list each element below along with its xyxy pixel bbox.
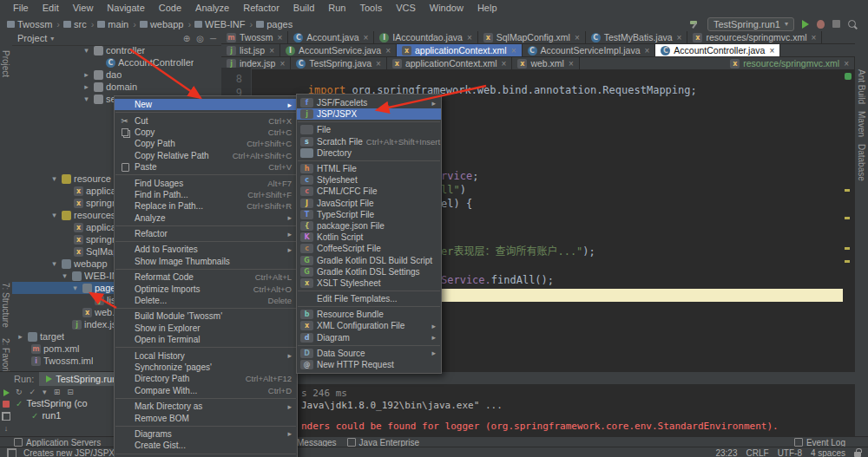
expand-all-icon[interactable]: ⊞ [54, 388, 61, 396]
close-tab-icon[interactable]: × [279, 59, 285, 69]
submenu-item[interactable]: Scratch File Ctrl+Alt+Shift+Insert [297, 136, 441, 147]
tree-node[interactable]: dao [12, 69, 221, 81]
context-menu-item[interactable] [115, 225, 296, 226]
context-menu-item[interactable]: Show in Explorer [115, 323, 297, 334]
submenu-item[interactable]: JSF/Facelets ▸ [297, 97, 441, 108]
submenu-item[interactable]: JSP/JSPX [297, 108, 441, 120]
breadcrumb-item[interactable]: webapp› [140, 19, 193, 29]
expand-arrow-icon[interactable] [82, 70, 91, 79]
context-menu-item[interactable] [115, 112, 296, 113]
submenu-item[interactable]: Data Source ▸ [297, 348, 441, 359]
submenu-item[interactable]: CFML/CFC File [297, 186, 441, 197]
context-menu-item[interactable]: Analyze ▸ [115, 212, 297, 224]
stop-button[interactable] [832, 20, 840, 28]
tree-node[interactable]: domain [12, 81, 221, 93]
context-menu-item[interactable]: Add to Favorites ▸ [115, 244, 297, 255]
submenu-item[interactable]: Directory [297, 147, 441, 159]
context-menu-item[interactable]: Cut Ctrl+X [115, 114, 297, 126]
context-menu-item[interactable] [115, 347, 296, 348]
context-menu-item[interactable] [115, 454, 296, 454]
menu-bar-item[interactable]: Code [153, 0, 187, 16]
menu-bar-item[interactable]: Edit [36, 0, 65, 16]
stop-button[interactable] [3, 401, 10, 408]
search-everywhere-icon[interactable] [848, 20, 856, 28]
menu-bar-item[interactable]: Window [424, 0, 470, 16]
close-tab-icon[interactable]: × [269, 46, 274, 55]
menu-bar-item[interactable]: View [67, 0, 100, 16]
context-menu-item[interactable] [115, 398, 296, 399]
submenu-item[interactable]: HTML File [297, 163, 441, 174]
close-tab-icon[interactable]: × [812, 33, 817, 42]
close-tab-icon[interactable]: × [677, 33, 682, 42]
close-tab-icon[interactable]: × [376, 59, 381, 69]
context-menu-item[interactable]: Refactor ▸ [115, 228, 297, 239]
submenu-item[interactable]: Kotlin Script [297, 232, 441, 243]
context-menu-item[interactable]: Paste Ctrl+V [115, 161, 297, 173]
hide-panel-icon[interactable]: ─ [210, 34, 216, 43]
expand-arrow-icon[interactable] [16, 332, 25, 341]
context-menu-item[interactable]: Optimize Imports Ctrl+Alt+O [115, 283, 297, 294]
context-menu-item[interactable]: Copy Path Ctrl+Shift+C [115, 138, 297, 149]
menu-bar-item[interactable]: Analyze [189, 0, 235, 16]
build-hammer-icon[interactable] [689, 19, 700, 29]
context-menu-item[interactable]: Diagrams ▸ [115, 428, 297, 440]
submenu-item[interactable] [298, 345, 440, 346]
editor-tab[interactable]: AccountController.java × [655, 44, 780, 56]
submenu-item[interactable] [298, 306, 440, 307]
expand-arrow-icon[interactable] [82, 46, 91, 55]
run-configuration-tab[interactable]: TestSpring.run [39, 372, 124, 386]
tool-window-button[interactable]: Java Enterprise [342, 438, 424, 447]
tree-node[interactable]: controller [12, 44, 221, 56]
context-menu-item[interactable]: Local History ▸ [115, 349, 297, 361]
breadcrumb-item[interactable]: pages› [256, 19, 293, 29]
close-tab-icon[interactable]: × [502, 59, 507, 69]
close-tab-icon[interactable]: × [644, 46, 649, 55]
context-menu-item[interactable]: Find in Path... Ctrl+Shift+F [115, 189, 297, 200]
tool-window-button[interactable]: Database [857, 144, 866, 181]
context-menu-item[interactable] [115, 269, 296, 270]
context-menu-item[interactable] [115, 426, 296, 427]
submenu-item[interactable]: Gradle Kotlin DSL Build Script [297, 254, 441, 265]
close-tab-icon[interactable]: × [511, 46, 516, 55]
close-tab-icon[interactable]: × [278, 33, 283, 42]
submenu-item[interactable]: Stylesheet [297, 174, 441, 186]
context-menu-item[interactable]: Mark Directory as ▸ [115, 401, 297, 412]
menu-bar-item[interactable]: Tools [353, 0, 388, 16]
breadcrumb-item[interactable]: main› [97, 19, 138, 29]
context-menu-item[interactable]: Open in Terminal [115, 334, 297, 345]
expand-all-icon[interactable]: ⊕ [183, 34, 190, 43]
expand-arrow-icon[interactable] [70, 284, 80, 292]
run-button[interactable] [802, 20, 809, 29]
debug-button[interactable] [817, 20, 825, 29]
caret-position[interactable]: 23:23 [715, 448, 737, 457]
breadcrumb-item[interactable]: Twossm› [7, 19, 62, 29]
menu-bar-item[interactable]: Run [322, 0, 352, 16]
breadcrumb-item[interactable]: src› [63, 19, 95, 29]
context-menu-item[interactable] [115, 241, 296, 242]
indent-indicator[interactable]: 4 spaces [811, 448, 845, 457]
expand-arrow-icon[interactable] [60, 271, 69, 280]
context-menu-item[interactable]: Find Usages Alt+F7 [115, 177, 297, 188]
event-log-button[interactable]: Event Log [794, 438, 845, 447]
context-menu-item[interactable]: New ▸ [115, 99, 297, 110]
editor-tab[interactable]: Account.java × [288, 31, 374, 43]
encoding-indicator[interactable]: UTF-8 [778, 448, 802, 457]
expand-arrow-icon[interactable] [82, 82, 91, 91]
context-menu-item[interactable]: Create Gist... [115, 440, 297, 451]
context-menu-item[interactable]: Delete... Delete [115, 295, 297, 306]
settings-gear-icon[interactable]: ◎ [196, 34, 204, 43]
submenu-item[interactable]: JavaScript File [297, 198, 441, 209]
expand-arrow-icon[interactable] [49, 211, 59, 219]
editor-tab[interactable]: resources/springmvc.xml × [687, 31, 822, 43]
editor-tab[interactable]: AccountServiceImpl.java × [523, 44, 656, 56]
submenu-item[interactable]: CoffeeScript File [297, 243, 441, 254]
editor-tab[interactable]: SqlMapConfig.xml × [478, 31, 586, 43]
submenu-item[interactable] [298, 121, 440, 122]
expand-arrow-icon[interactable] [49, 259, 59, 268]
close-tab-icon[interactable]: × [363, 33, 368, 42]
context-menu-item[interactable]: Directory Path Ctrl+Alt+F12 [115, 373, 297, 384]
scroll-down-icon[interactable]: ↓ [4, 425, 9, 432]
editor-tab[interactable]: list.jsp × [221, 44, 280, 56]
context-menu-item[interactable] [115, 174, 296, 175]
tool-window-button[interactable]: 7: Structure [1, 283, 10, 328]
